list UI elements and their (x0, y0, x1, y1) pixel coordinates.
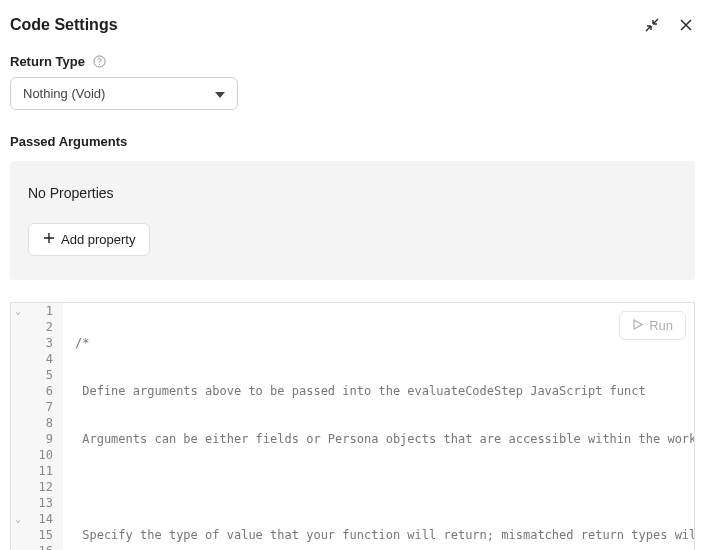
passed-arguments-label: Passed Arguments (10, 134, 695, 149)
code-content[interactable]: /* Define arguments above to be passed i… (63, 303, 694, 550)
close-icon[interactable] (677, 16, 695, 34)
help-icon[interactable] (93, 55, 107, 69)
code-editor[interactable]: Run ⌄⌄ 12345678910111213141516 /* Define… (10, 302, 695, 550)
return-type-label: Return Type (10, 54, 695, 69)
run-button-label: Run (649, 318, 673, 333)
collapse-icon[interactable] (643, 16, 661, 34)
play-icon (632, 318, 643, 333)
svg-point-1 (99, 63, 100, 64)
fold-gutter[interactable]: ⌄⌄ (11, 303, 25, 550)
run-button[interactable]: Run (619, 311, 686, 340)
return-type-value: Nothing (Void) (23, 86, 105, 101)
chevron-down-icon (215, 86, 225, 101)
return-type-select[interactable]: Nothing (Void) (10, 77, 238, 110)
passed-arguments-box: No Properties Add property (10, 161, 695, 280)
add-property-label: Add property (61, 232, 135, 247)
line-numbers: 12345678910111213141516 (25, 303, 63, 550)
no-properties-text: No Properties (28, 185, 677, 201)
add-property-button[interactable]: Add property (28, 223, 150, 256)
plus-icon (43, 232, 55, 247)
return-type-label-text: Return Type (10, 54, 85, 69)
panel-title: Code Settings (10, 16, 118, 34)
